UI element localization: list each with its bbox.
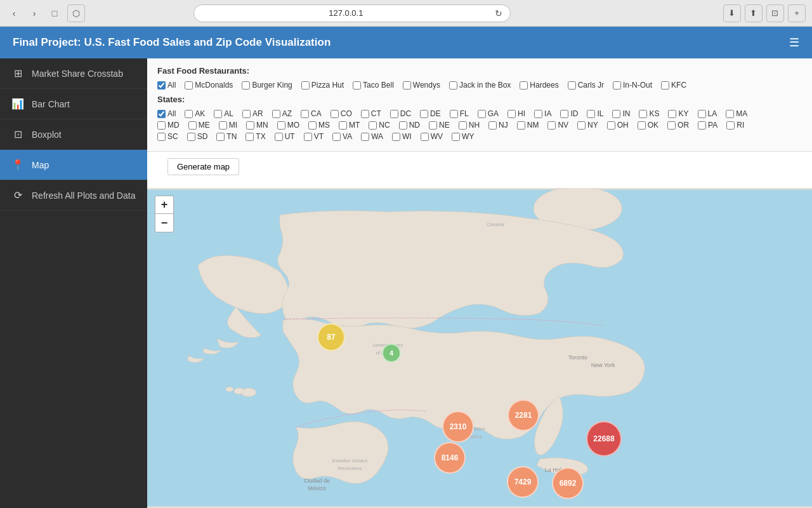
state-ok-checkbox[interactable] — [638, 121, 646, 130]
state-va-checkbox[interactable] — [332, 133, 341, 141]
state-co-checkbox[interactable] — [331, 110, 339, 118]
state-ky[interactable]: KY — [668, 109, 688, 118]
sidebar-item-market-share[interactable]: ⊞ Market Share Crosstab — [0, 58, 147, 89]
state-ct[interactable]: CT — [361, 109, 381, 118]
state-ut[interactable]: UT — [275, 132, 295, 141]
zoom-in-button[interactable]: + — [155, 196, 173, 214]
state-oh[interactable]: OH — [607, 121, 629, 130]
state-de-checkbox[interactable] — [420, 110, 428, 118]
restaurant-taco-bell-checkbox[interactable] — [353, 81, 361, 90]
state-ri-checkbox[interactable] — [726, 121, 735, 130]
restaurant-burger-king-checkbox[interactable] — [242, 81, 250, 90]
state-all[interactable]: All — [157, 109, 176, 118]
sidebar-item-boxplot[interactable]: ⊡ Boxplot — [0, 119, 147, 150]
restaurant-mcdonalds-checkbox[interactable] — [185, 81, 193, 90]
state-nv-checkbox[interactable] — [547, 121, 556, 130]
state-nh-checkbox[interactable] — [459, 121, 467, 130]
state-nj[interactable]: NJ — [488, 121, 508, 130]
state-nm[interactable]: NM — [517, 121, 539, 130]
state-nc-checkbox[interactable] — [369, 121, 377, 130]
bookmark-button[interactable]: ⬡ — [67, 4, 85, 22]
state-ri[interactable]: RI — [726, 121, 744, 130]
state-wi[interactable]: WI — [392, 132, 412, 141]
state-fl-checkbox[interactable] — [450, 110, 458, 118]
state-la[interactable]: LA — [698, 109, 717, 118]
state-me[interactable]: ME — [188, 121, 210, 130]
state-mi-checkbox[interactable] — [219, 121, 227, 130]
state-ny[interactable]: NY — [577, 121, 598, 130]
state-sd-checkbox[interactable] — [187, 133, 195, 141]
restaurant-wendys[interactable]: Wendys — [403, 81, 440, 90]
state-ca-checkbox[interactable] — [301, 110, 309, 118]
state-in-checkbox[interactable] — [612, 110, 620, 118]
state-ms-checkbox[interactable] — [308, 121, 317, 130]
hamburger-button[interactable]: ☰ — [789, 36, 799, 50]
new-tab-button[interactable]: □ — [47, 6, 62, 21]
state-ia-checkbox[interactable] — [534, 110, 542, 118]
restaurant-hardees[interactable]: Hardees — [520, 81, 558, 90]
state-pa[interactable]: PA — [698, 121, 717, 130]
state-az-checkbox[interactable] — [272, 110, 280, 118]
back-button[interactable]: ‹ — [6, 6, 22, 21]
state-dc-checkbox[interactable] — [390, 110, 398, 118]
state-ar-checkbox[interactable] — [242, 110, 251, 118]
cluster-2310[interactable]: 2310 — [442, 411, 474, 443]
restaurant-jack-in-the-box[interactable]: Jack in the Box — [449, 81, 511, 90]
state-sc-checkbox[interactable] — [157, 133, 166, 141]
state-ca[interactable]: CA — [301, 109, 322, 118]
restaurant-mcdonalds[interactable]: McDonalds — [185, 81, 233, 90]
state-va[interactable]: VA — [332, 132, 352, 141]
state-nh[interactable]: NH — [459, 121, 480, 130]
state-wa[interactable]: WA — [361, 132, 383, 141]
restaurant-jack-in-the-box-checkbox[interactable] — [449, 81, 457, 90]
state-nj-checkbox[interactable] — [488, 121, 497, 130]
sidebar-item-bar-chart[interactable]: 📊 Bar Chart — [0, 89, 147, 119]
state-dc[interactable]: DC — [390, 109, 411, 118]
state-il-checkbox[interactable] — [587, 110, 595, 118]
cluster-2281[interactable]: 2281 — [508, 399, 539, 431]
state-vt[interactable]: VT — [304, 132, 324, 141]
cluster-22688[interactable]: 22688 — [586, 421, 622, 457]
state-wi-checkbox[interactable] — [392, 133, 400, 141]
state-tx[interactable]: TX — [246, 132, 265, 141]
state-al-checkbox[interactable] — [214, 110, 222, 118]
restaurant-pizza-hut-checkbox[interactable] — [301, 81, 310, 90]
state-sd[interactable]: SD — [187, 132, 208, 141]
state-ct-checkbox[interactable] — [361, 110, 369, 118]
state-mn-checkbox[interactable] — [246, 121, 254, 130]
state-wy[interactable]: WY — [452, 132, 474, 141]
state-sc[interactable]: SC — [157, 132, 178, 141]
state-mi[interactable]: MI — [219, 121, 237, 130]
state-md-checkbox[interactable] — [157, 121, 166, 130]
restaurant-carls-jr[interactable]: Carls Jr — [568, 81, 604, 90]
state-ny-checkbox[interactable] — [577, 121, 586, 130]
reload-button[interactable]: ↻ — [495, 8, 502, 18]
state-ia[interactable]: IA — [534, 109, 551, 118]
cluster-7429[interactable]: 7429 — [507, 466, 539, 498]
state-ak-checkbox[interactable] — [185, 110, 193, 118]
state-al[interactable]: AL — [214, 109, 233, 118]
state-tn[interactable]: TN — [216, 132, 237, 141]
sidebar-item-map[interactable]: 📍 Map — [0, 150, 147, 180]
forward-button[interactable]: › — [27, 6, 42, 21]
state-ks-checkbox[interactable] — [639, 110, 647, 118]
state-oh-checkbox[interactable] — [607, 121, 615, 130]
state-wv[interactable]: WV — [421, 132, 443, 141]
state-tx-checkbox[interactable] — [246, 133, 254, 141]
state-or[interactable]: OR — [667, 121, 689, 130]
state-fl[interactable]: FL — [450, 109, 469, 118]
state-nd[interactable]: ND — [399, 121, 420, 130]
state-ak[interactable]: AK — [185, 109, 205, 118]
state-il[interactable]: IL — [587, 109, 603, 118]
state-nd-checkbox[interactable] — [399, 121, 407, 130]
state-id[interactable]: ID — [560, 109, 578, 118]
restaurant-kfc[interactable]: KFC — [661, 81, 686, 90]
restaurant-taco-bell[interactable]: Taco Bell — [353, 81, 394, 90]
state-ma-checkbox[interactable] — [726, 110, 734, 118]
state-ne-checkbox[interactable] — [429, 121, 437, 130]
state-md[interactable]: MD — [157, 121, 180, 130]
download-button[interactable]: ⬇ — [723, 4, 741, 22]
state-ne[interactable]: NE — [429, 121, 450, 130]
state-mn[interactable]: MN — [246, 121, 268, 130]
state-de[interactable]: DE — [420, 109, 441, 118]
